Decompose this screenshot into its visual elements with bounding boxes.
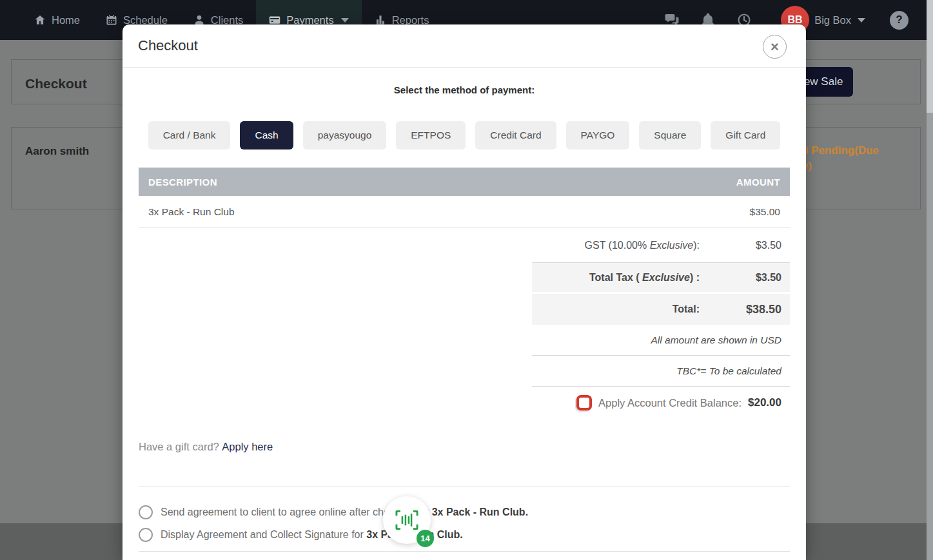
item-description: 3x Pack - Run Club — [148, 206, 235, 218]
method-cash[interactable]: Cash — [240, 121, 293, 150]
totals-summary: GST (10.00% Exclusive): $3.50 Total Tax … — [532, 228, 790, 419]
total-value: $38.50 — [700, 303, 790, 316]
divider — [139, 487, 790, 487]
divider — [139, 551, 790, 552]
total-tax-value: $3.50 — [700, 272, 790, 284]
send-agreement-radio[interactable] — [139, 505, 153, 519]
gift-card-line: Have a gift card? Apply here — [139, 441, 790, 453]
table-header: DESCRIPTION AMOUNT — [139, 168, 790, 196]
modal-header: Checkout × — [123, 24, 806, 68]
page-title: Checkout — [25, 76, 87, 92]
scrollbar[interactable] — [927, 0, 933, 560]
send-agreement-option: Send agreement to client to agree online… — [139, 501, 790, 523]
col-description: DESCRIPTION — [148, 177, 217, 188]
total-row: Total: $38.50 — [532, 294, 790, 325]
home-icon — [34, 14, 46, 26]
scrollbar-thumb[interactable] — [927, 0, 933, 113]
send-agreement-label: Send agreement to client to agree online… — [161, 507, 528, 518]
modal-title: Checkout — [138, 37, 791, 55]
method-gift-card[interactable]: Gift Card — [711, 121, 780, 150]
gst-row: GST (10.00% Exclusive): $3.50 — [532, 228, 790, 263]
currency-note: All amount are shown in USD — [532, 325, 790, 356]
total-tax-label: Total Tax ( Exclusive) : — [589, 272, 700, 284]
item-amount: $35.00 — [750, 206, 780, 218]
close-icon: × — [771, 40, 779, 54]
gift-card-apply-link[interactable]: Apply here — [222, 441, 273, 452]
total-tax-row: Total Tax ( Exclusive) : $3.50 — [532, 263, 790, 294]
apply-credit-label: Apply Account Credit Balance: — [598, 397, 741, 409]
gift-card-question: Have a gift card? — [139, 441, 222, 452]
method-paygo[interactable]: PAYGO — [566, 121, 630, 150]
chevron-down-icon — [858, 18, 865, 23]
gst-value: $3.50 — [700, 240, 790, 251]
tbc-note: TBC*= To be calculated — [532, 356, 790, 387]
payment-method-prompt: Select the method of payment: — [123, 84, 806, 95]
apply-credit-checkbox[interactable] — [576, 395, 592, 410]
method-eftpos[interactable]: EFTPOS — [396, 121, 466, 150]
account-name: Big Box — [814, 14, 851, 26]
checkout-modal: Checkout × Select the method of payment:… — [123, 24, 806, 560]
payment-method-buttons: Card / Bank Cash payasyougo EFTPOS Credi… — [123, 121, 806, 150]
scan-badge: 14 — [417, 530, 434, 547]
order-table: DESCRIPTION AMOUNT 3x Pack - Run Club $3… — [139, 168, 790, 419]
display-agreement-radio[interactable] — [139, 528, 153, 542]
calendar-icon — [106, 14, 117, 26]
help-button[interactable]: ? — [890, 11, 908, 30]
method-credit-card[interactable]: Credit Card — [475, 121, 556, 150]
app-root: Checkout New Sale Aaron smith 0 Pending(… — [0, 0, 933, 560]
table-row: 3x Pack - Run Club $35.00 — [139, 196, 790, 228]
col-amount: AMOUNT — [736, 177, 780, 188]
scan-widget-button[interactable]: 14 — [383, 496, 431, 544]
method-card-bank[interactable]: Card / Bank — [148, 121, 231, 150]
close-button[interactable]: × — [763, 35, 787, 59]
credit-balance-value: $20.00 — [748, 396, 781, 409]
apply-credit-row: Apply Account Credit Balance: $20.00 — [532, 387, 790, 419]
display-agreement-option: Display Agreement and Collect Signature … — [139, 523, 790, 546]
method-square[interactable]: Square — [639, 121, 701, 150]
agreement-options: Send agreement to client to agree online… — [139, 501, 790, 546]
pending-amount-text: 0 Pending(Due y) — [802, 143, 905, 174]
total-label: Total: — [673, 304, 700, 315]
barcode-icon — [394, 509, 420, 531]
gst-label: GST (10.00% Exclusive): — [585, 240, 700, 251]
method-payasyougo[interactable]: payasyougo — [303, 121, 387, 150]
chevron-down-icon — [341, 18, 349, 23]
nav-item-home[interactable]: Home — [21, 0, 93, 40]
client-name: Aaron smith — [25, 145, 89, 158]
